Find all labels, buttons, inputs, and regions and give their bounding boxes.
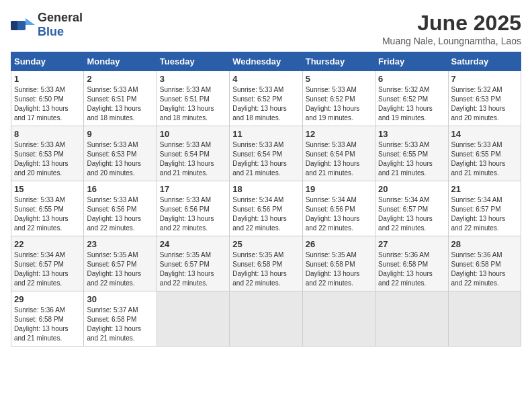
day-number: 21: [451, 184, 518, 194]
logo-blue-text: Blue: [38, 25, 64, 38]
day-detail: Sunrise: 5:32 AM Sunset: 6:52 PM Dayligh…: [378, 85, 445, 123]
day-detail: Sunrise: 5:34 AM Sunset: 6:56 PM Dayligh…: [232, 195, 299, 233]
day-detail: Sunrise: 5:35 AM Sunset: 6:57 PM Dayligh…: [160, 250, 226, 288]
calendar-cell: 5 Sunrise: 5:33 AM Sunset: 6:52 PM Dayli…: [302, 71, 375, 126]
calendar-cell: 22 Sunrise: 5:34 AM Sunset: 6:57 PM Dayl…: [11, 236, 84, 291]
calendar-cell: 10 Sunrise: 5:33 AM Sunset: 6:54 PM Dayl…: [157, 126, 229, 181]
calendar-cell: 6 Sunrise: 5:32 AM Sunset: 6:52 PM Dayli…: [375, 71, 448, 126]
calendar-cell: 15 Sunrise: 5:33 AM Sunset: 6:55 PM Dayl…: [11, 181, 84, 236]
logo: General Blue: [11, 11, 83, 39]
day-number: 5: [306, 74, 372, 84]
day-detail: Sunrise: 5:36 AM Sunset: 6:58 PM Dayligh…: [378, 250, 445, 288]
calendar-title: June 2025: [382, 11, 521, 36]
day-detail: Sunrise: 5:33 AM Sunset: 6:56 PM Dayligh…: [87, 195, 153, 233]
calendar-week-row: 15 Sunrise: 5:33 AM Sunset: 6:55 PM Dayl…: [11, 181, 521, 236]
calendar-cell: [375, 291, 448, 347]
day-number: 7: [451, 74, 518, 84]
day-number: 2: [87, 74, 153, 84]
day-detail: Sunrise: 5:34 AM Sunset: 6:56 PM Dayligh…: [306, 195, 372, 233]
weekday-header-wednesday: Wednesday: [230, 52, 302, 71]
day-number: 11: [232, 129, 299, 139]
day-number: 27: [378, 239, 445, 249]
logo-general-text: General: [38, 11, 83, 24]
day-number: 30: [87, 294, 153, 304]
day-detail: Sunrise: 5:37 AM Sunset: 6:58 PM Dayligh…: [87, 306, 153, 343]
day-detail: Sunrise: 5:33 AM Sunset: 6:51 PM Dayligh…: [87, 85, 153, 123]
day-number: 14: [451, 129, 518, 139]
logo-icon: [11, 15, 35, 34]
calendar-cell: 7 Sunrise: 5:32 AM Sunset: 6:53 PM Dayli…: [448, 71, 521, 126]
day-number: 1: [14, 74, 81, 84]
day-detail: Sunrise: 5:33 AM Sunset: 6:50 PM Dayligh…: [14, 85, 81, 123]
day-number: 13: [378, 129, 445, 139]
calendar-week-row: 22 Sunrise: 5:34 AM Sunset: 6:57 PM Dayl…: [11, 236, 521, 291]
day-number: 25: [232, 239, 299, 249]
day-detail: Sunrise: 5:32 AM Sunset: 6:53 PM Dayligh…: [451, 85, 518, 123]
day-detail: Sunrise: 5:35 AM Sunset: 6:58 PM Dayligh…: [306, 250, 372, 288]
day-number: 6: [378, 74, 445, 84]
day-number: 15: [14, 184, 81, 194]
calendar-cell: 9 Sunrise: 5:33 AM Sunset: 6:53 PM Dayli…: [84, 126, 157, 181]
calendar-cell: 27 Sunrise: 5:36 AM Sunset: 6:58 PM Dayl…: [375, 236, 448, 291]
calendar-cell: [448, 291, 521, 347]
calendar-cell: 13 Sunrise: 5:33 AM Sunset: 6:55 PM Dayl…: [375, 126, 448, 181]
day-detail: Sunrise: 5:36 AM Sunset: 6:58 PM Dayligh…: [451, 250, 518, 288]
weekday-header-saturday: Saturday: [448, 52, 521, 71]
calendar-cell: 28 Sunrise: 5:36 AM Sunset: 6:58 PM Dayl…: [448, 236, 521, 291]
calendar-cell: [157, 291, 229, 347]
day-number: 29: [14, 294, 81, 304]
calendar-cell: 20 Sunrise: 5:34 AM Sunset: 6:57 PM Dayl…: [375, 181, 448, 236]
day-number: 17: [160, 184, 226, 194]
day-number: 4: [232, 74, 299, 84]
day-number: 18: [232, 184, 299, 194]
day-number: 20: [378, 184, 445, 194]
calendar-cell: 19 Sunrise: 5:34 AM Sunset: 6:56 PM Dayl…: [302, 181, 375, 236]
day-detail: Sunrise: 5:33 AM Sunset: 6:54 PM Dayligh…: [232, 140, 299, 178]
calendar-cell: 23 Sunrise: 5:35 AM Sunset: 6:57 PM Dayl…: [84, 236, 157, 291]
weekday-header-sunday: Sunday: [11, 52, 84, 71]
calendar-cell: 11 Sunrise: 5:33 AM Sunset: 6:54 PM Dayl…: [230, 126, 302, 181]
calendar-cell: 8 Sunrise: 5:33 AM Sunset: 6:53 PM Dayli…: [11, 126, 84, 181]
header: General Blue June 2025 Muang Nale, Loung…: [11, 11, 521, 46]
day-number: 19: [306, 184, 372, 194]
day-detail: Sunrise: 5:34 AM Sunset: 6:57 PM Dayligh…: [378, 195, 445, 233]
weekday-header-friday: Friday: [375, 52, 448, 71]
calendar-cell: 1 Sunrise: 5:33 AM Sunset: 6:50 PM Dayli…: [11, 71, 84, 126]
calendar-cell: 24 Sunrise: 5:35 AM Sunset: 6:57 PM Dayl…: [157, 236, 229, 291]
calendar-cell: [230, 291, 302, 347]
calendar-cell: 3 Sunrise: 5:33 AM Sunset: 6:51 PM Dayli…: [157, 71, 229, 126]
day-detail: Sunrise: 5:33 AM Sunset: 6:56 PM Dayligh…: [160, 195, 226, 233]
calendar-cell: 21 Sunrise: 5:34 AM Sunset: 6:57 PM Dayl…: [448, 181, 521, 236]
day-detail: Sunrise: 5:33 AM Sunset: 6:54 PM Dayligh…: [160, 140, 226, 178]
day-detail: Sunrise: 5:33 AM Sunset: 6:53 PM Dayligh…: [87, 140, 153, 178]
calendar-cell: [302, 291, 375, 347]
calendar-week-row: 8 Sunrise: 5:33 AM Sunset: 6:53 PM Dayli…: [11, 126, 521, 181]
day-number: 23: [87, 239, 153, 249]
calendar-cell: 30 Sunrise: 5:37 AM Sunset: 6:58 PM Dayl…: [84, 291, 157, 347]
calendar-cell: 4 Sunrise: 5:33 AM Sunset: 6:52 PM Dayli…: [230, 71, 302, 126]
day-detail: Sunrise: 5:34 AM Sunset: 6:57 PM Dayligh…: [451, 195, 518, 233]
day-number: 9: [87, 129, 153, 139]
weekday-header-tuesday: Tuesday: [157, 52, 229, 71]
calendar-cell: 26 Sunrise: 5:35 AM Sunset: 6:58 PM Dayl…: [302, 236, 375, 291]
calendar-cell: 17 Sunrise: 5:33 AM Sunset: 6:56 PM Dayl…: [157, 181, 229, 236]
day-detail: Sunrise: 5:34 AM Sunset: 6:57 PM Dayligh…: [14, 250, 81, 288]
title-area: June 2025 Muang Nale, Loungnamtha, Laos: [382, 11, 521, 46]
day-number: 3: [160, 74, 226, 84]
day-detail: Sunrise: 5:33 AM Sunset: 6:54 PM Dayligh…: [306, 140, 372, 178]
day-detail: Sunrise: 5:33 AM Sunset: 6:52 PM Dayligh…: [306, 85, 372, 123]
day-detail: Sunrise: 5:36 AM Sunset: 6:58 PM Dayligh…: [14, 306, 81, 343]
day-number: 26: [306, 239, 372, 249]
day-number: 8: [14, 129, 81, 139]
calendar-cell: 12 Sunrise: 5:33 AM Sunset: 6:54 PM Dayl…: [302, 126, 375, 181]
day-number: 12: [306, 129, 372, 139]
day-detail: Sunrise: 5:33 AM Sunset: 6:52 PM Dayligh…: [232, 85, 299, 123]
day-number: 28: [451, 239, 518, 249]
day-detail: Sunrise: 5:33 AM Sunset: 6:51 PM Dayligh…: [160, 85, 226, 123]
weekday-header-monday: Monday: [84, 52, 157, 71]
svg-marker-1: [26, 18, 35, 25]
calendar-cell: 18 Sunrise: 5:34 AM Sunset: 6:56 PM Dayl…: [230, 181, 302, 236]
weekday-header-thursday: Thursday: [302, 52, 375, 71]
svg-rect-2: [11, 21, 17, 30]
day-number: 16: [87, 184, 153, 194]
